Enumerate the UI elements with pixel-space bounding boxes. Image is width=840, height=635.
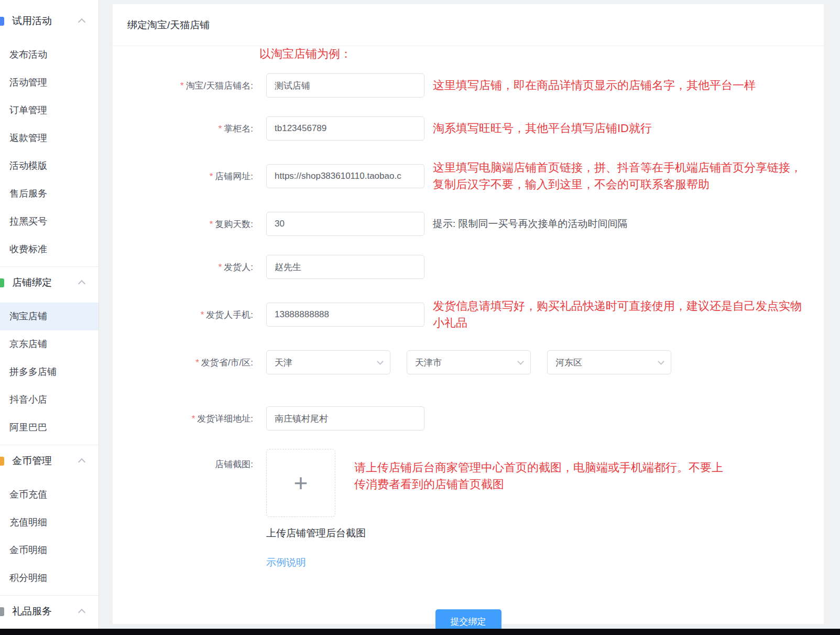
chevron-up-icon <box>78 458 85 466</box>
form-row-screenshot: 店铺截图: + 请上传店铺后台商家管理中心首页的截图，电脑端或手机端都行。不要上… <box>113 449 824 517</box>
sidebar-item[interactable]: 金币明细 <box>0 536 99 564</box>
sidebar-item[interactable]: 拉黑买号 <box>0 208 99 235</box>
chevron-down-icon <box>377 358 384 365</box>
required-asterisk: * <box>219 124 222 134</box>
required-asterisk: * <box>195 358 199 368</box>
intro-annotation: 以淘宝店铺为例： <box>259 48 824 60</box>
form-row-address: *发货详细地址: <box>113 406 824 430</box>
field-label: *淘宝/天猫店铺名: <box>113 80 266 92</box>
sidebar-section-header[interactable]: 金币管理 <box>0 446 99 476</box>
form-row-sender: *发货人: <box>113 255 824 279</box>
chevron-up-icon <box>78 280 85 287</box>
annotation-note: 发货信息请填写好，购买礼品快递时可直接使用，建议还是自己发点实物小礼品 <box>433 298 806 331</box>
repurchase-days-input[interactable] <box>266 212 424 236</box>
sidebar-item[interactable]: 活动管理 <box>0 69 99 96</box>
field-label: *发货详细地址: <box>113 413 266 425</box>
shop-bind-icon <box>0 278 4 287</box>
chevron-down-icon <box>658 358 664 365</box>
field-label: *掌柜名: <box>113 123 266 135</box>
sidebar-item[interactable]: 活动模版 <box>0 152 99 180</box>
required-asterisk: * <box>192 414 195 424</box>
annotation-note: 淘系填写旺旺号，其他平台填写店铺ID就行 <box>433 120 652 137</box>
sidebar-item[interactable]: 返款管理 <box>0 124 99 152</box>
sidebar-section-header[interactable]: 礼品服务 <box>0 597 99 626</box>
sidebar-section: 店铺绑定淘宝店铺京东店铺拼多多店铺抖音小店阿里巴巴 <box>0 267 99 445</box>
form-row-shop-name: *淘宝/天猫店铺名: 这里填写店铺，即在商品详情页显示的店铺名字，其他平台一样 <box>113 73 824 98</box>
sidebar-item[interactable]: 订单管理 <box>0 96 99 124</box>
sidebar-item[interactable]: 抖音小店 <box>0 386 99 414</box>
form-row-region: *发货省/市/区: 天津 天津市 河东区 <box>113 350 824 374</box>
province-select-value: 天津 <box>275 357 292 369</box>
upload-caption: 上传店铺管理后台截图 <box>266 526 824 540</box>
field-label: *店铺网址: <box>113 170 266 182</box>
sidebar-section: 金币管理金币充值充值明细金币明细积分明细 <box>0 445 99 596</box>
sidebar-section: 试用活动发布活动活动管理订单管理返款管理活动模版售后服务拉黑买号收费标准 <box>0 0 99 267</box>
bottom-black-bar <box>0 629 840 635</box>
page-title: 绑定淘宝/天猫店铺 <box>113 4 824 46</box>
shop-bind-form: 以淘宝店铺为例： *淘宝/天猫店铺名: 这里填写店铺，即在商品详情页显示的店铺名… <box>113 46 824 633</box>
sidebar-item[interactable]: 淘宝店铺 <box>0 303 99 330</box>
sidebar-item[interactable]: 售后服务 <box>0 180 99 208</box>
required-asterisk: * <box>180 81 184 91</box>
shop-url-input[interactable] <box>266 164 424 188</box>
sidebar: 试用活动发布活动活动管理订单管理返款管理活动模版售后服务拉黑买号收费标准店铺绑定… <box>0 0 99 629</box>
hint-note: 提示: 限制同一买号再次接单的活动时间间隔 <box>433 217 628 231</box>
sidebar-item[interactable]: 金币充值 <box>0 481 99 509</box>
city-select[interactable]: 天津市 <box>407 350 531 374</box>
sidebar-section-label: 店铺绑定 <box>12 276 52 289</box>
trial-activity-icon <box>0 17 4 26</box>
plus-icon: + <box>294 471 308 495</box>
city-select-value: 天津市 <box>415 357 442 369</box>
sidebar-section-header[interactable]: 试用活动 <box>0 6 99 36</box>
example-link[interactable]: 示例说明 <box>266 556 306 569</box>
screenshot-upload[interactable]: + <box>266 449 335 517</box>
sidebar-item[interactable]: 阿里巴巴 <box>0 414 99 442</box>
required-asterisk: * <box>210 219 213 229</box>
field-label: 店铺截图: <box>113 449 266 470</box>
field-label: *发货人手机: <box>113 309 266 321</box>
annotation-note: 这里填写店铺，即在商品详情页显示的店铺名字，其他平台一样 <box>433 77 756 94</box>
annotation-note: 请上传店铺后台商家管理中心首页的截图，电脑端或手机端都行。不要上传消费者看到的店… <box>354 459 727 493</box>
field-label: *发货人: <box>113 261 266 273</box>
required-asterisk: * <box>201 310 204 320</box>
address-input[interactable] <box>266 406 424 430</box>
district-select[interactable]: 河东区 <box>547 350 671 374</box>
form-row-repurchase-days: *复购天数: 提示: 限制同一买号再次接单的活动时间间隔 <box>113 212 824 236</box>
form-row-shop-url: *店铺网址: 这里填写电脑端店铺首页链接，拼、抖音等在手机端店铺首页分享链接，复… <box>113 159 824 193</box>
sidebar-item[interactable]: 充值明细 <box>0 509 99 536</box>
coin-icon <box>0 457 4 466</box>
annotation-note: 这里填写电脑端店铺首页链接，拼、抖音等在手机端店铺首页分享链接，复制后汉字不要，… <box>433 159 806 193</box>
form-row-shopkeeper: *掌柜名: 淘系填写旺旺号，其他平台填写店铺ID就行 <box>113 116 824 141</box>
field-label: *复购天数: <box>113 218 266 230</box>
sidebar-item[interactable]: 收费标准 <box>0 235 99 263</box>
required-asterisk: * <box>210 171 213 181</box>
sidebar-item[interactable]: 京东店铺 <box>0 330 99 358</box>
gift-icon <box>0 607 4 616</box>
required-asterisk: * <box>219 262 222 272</box>
sidebar-item[interactable]: 发布活动 <box>0 41 99 69</box>
sidebar-section: 礼品服务 <box>0 596 99 629</box>
chevron-up-icon <box>78 609 85 616</box>
sidebar-section-label: 金币管理 <box>12 454 52 468</box>
shopkeeper-name-input[interactable] <box>266 116 424 141</box>
shop-name-input[interactable] <box>266 73 424 98</box>
sidebar-item[interactable]: 拼多多店铺 <box>0 358 99 386</box>
chevron-up-icon <box>78 18 85 26</box>
sidebar-section-label: 礼品服务 <box>12 605 52 618</box>
main-panel: 绑定淘宝/天猫店铺 以淘宝店铺为例： *淘宝/天猫店铺名: 这里填写店铺，即在商… <box>113 4 824 624</box>
sidebar-section-header[interactable]: 店铺绑定 <box>0 268 99 297</box>
province-select[interactable]: 天津 <box>266 350 390 374</box>
district-select-value: 河东区 <box>555 357 582 369</box>
sidebar-item[interactable]: 积分明细 <box>0 564 99 592</box>
sidebar-section-label: 试用活动 <box>12 14 52 28</box>
sender-phone-input[interactable] <box>266 303 424 327</box>
sender-name-input[interactable] <box>266 255 424 279</box>
chevron-down-icon <box>517 358 524 365</box>
field-label: *发货省/市/区: <box>113 357 266 369</box>
form-row-sender-phone: *发货人手机: 发货信息请填写好，购买礼品快递时可直接使用，建议还是自己发点实物… <box>113 298 824 331</box>
